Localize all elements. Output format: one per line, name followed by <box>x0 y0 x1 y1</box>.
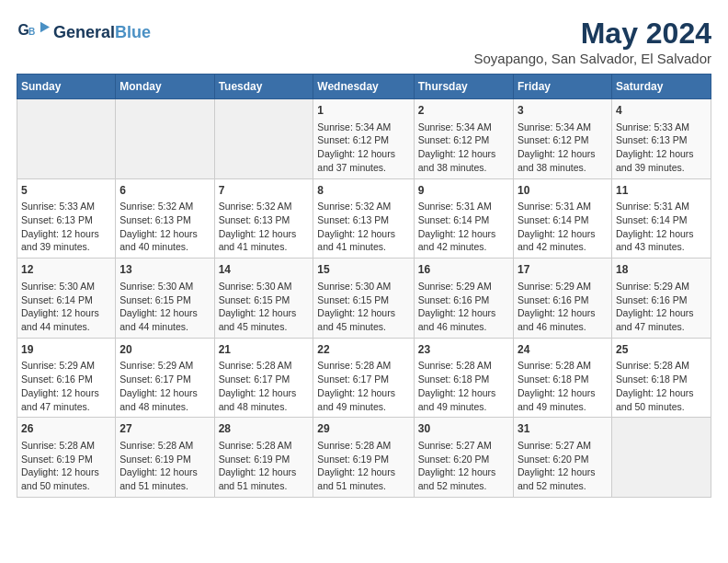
table-cell: 19Sunrise: 5:29 AMSunset: 6:16 PMDayligh… <box>17 338 116 418</box>
day-info-line: Daylight: 12 hours <box>21 227 111 241</box>
day-info-line: Daylight: 12 hours <box>119 227 210 241</box>
table-cell: 25Sunrise: 5:28 AMSunset: 6:18 PMDayligh… <box>611 338 711 418</box>
day-info-line: and 38 minutes. <box>518 161 608 175</box>
day-info-line: Sunset: 6:14 PM <box>21 293 111 307</box>
day-info-line: Sunset: 6:19 PM <box>119 453 210 466</box>
table-cell: 7Sunrise: 5:32 AMSunset: 6:13 PMDaylight… <box>214 178 313 259</box>
day-info-line: Sunrise: 5:28 AM <box>219 359 310 373</box>
day-info-line: and 49 minutes. <box>518 400 608 414</box>
day-number: 23 <box>418 342 509 358</box>
day-info-line: and 40 minutes. <box>119 240 210 254</box>
day-number: 21 <box>219 342 310 358</box>
day-info-line: Sunset: 6:12 PM <box>418 133 509 147</box>
day-info-line: and 49 minutes. <box>418 400 509 414</box>
day-info-line: Sunrise: 5:27 AM <box>518 439 608 453</box>
day-info-line: Sunrise: 5:30 AM <box>119 280 210 293</box>
day-info-line: Daylight: 12 hours <box>616 386 707 400</box>
day-info-line: Daylight: 12 hours <box>616 147 707 161</box>
table-cell: 11Sunrise: 5:31 AMSunset: 6:14 PMDayligh… <box>611 178 711 259</box>
day-info-line: Daylight: 12 hours <box>119 386 210 400</box>
day-number: 13 <box>119 262 210 278</box>
day-info-line: Daylight: 12 hours <box>21 465 111 479</box>
day-info-line: Sunrise: 5:31 AM <box>518 200 608 213</box>
day-info-line: Sunrise: 5:33 AM <box>616 121 707 134</box>
day-info-line: Sunset: 6:17 PM <box>219 373 310 386</box>
day-info-line: Daylight: 12 hours <box>219 386 310 400</box>
day-info-line: Sunrise: 5:34 AM <box>518 121 608 134</box>
day-info-line: and 37 minutes. <box>317 161 409 175</box>
day-info-line: Sunset: 6:12 PM <box>317 133 409 147</box>
col-monday: Monday <box>116 75 214 99</box>
table-cell: 3Sunrise: 5:34 AMSunset: 6:12 PMDaylight… <box>513 99 611 179</box>
table-cell: 26Sunrise: 5:28 AMSunset: 6:19 PMDayligh… <box>17 418 116 498</box>
day-number: 9 <box>418 183 509 199</box>
table-cell: 22Sunrise: 5:28 AMSunset: 6:17 PMDayligh… <box>313 338 414 418</box>
logo-icon: G B <box>17 17 50 50</box>
day-info-line: and 50 minutes. <box>21 479 111 493</box>
table-cell: 9Sunrise: 5:31 AMSunset: 6:14 PMDaylight… <box>414 178 513 259</box>
table-cell: 24Sunrise: 5:28 AMSunset: 6:18 PMDayligh… <box>513 338 611 418</box>
day-info-line: Sunrise: 5:29 AM <box>21 359 111 373</box>
logo-text: GeneralBlue <box>53 24 151 42</box>
day-info-line: Sunset: 6:18 PM <box>518 373 608 386</box>
table-cell: 4Sunrise: 5:33 AMSunset: 6:13 PMDaylight… <box>611 99 711 179</box>
table-cell: 18Sunrise: 5:29 AMSunset: 6:16 PMDayligh… <box>611 259 711 339</box>
col-saturday: Saturday <box>611 75 711 99</box>
day-info-line: Sunrise: 5:30 AM <box>21 280 111 293</box>
day-info-line: Sunset: 6:13 PM <box>616 133 707 147</box>
svg-text:B: B <box>28 27 35 37</box>
day-number: 8 <box>317 183 409 199</box>
day-number: 4 <box>616 103 707 119</box>
day-info-line: and 52 minutes. <box>418 479 509 493</box>
day-number: 30 <box>418 421 509 437</box>
day-info-line: Sunset: 6:16 PM <box>616 293 707 307</box>
day-info-line: Sunset: 6:20 PM <box>518 453 608 466</box>
day-number: 10 <box>518 183 608 199</box>
table-cell <box>611 418 711 498</box>
day-info-line: and 41 minutes. <box>317 240 409 254</box>
table-cell <box>116 99 214 179</box>
table-cell: 6Sunrise: 5:32 AMSunset: 6:13 PMDaylight… <box>116 178 214 259</box>
day-number: 24 <box>518 342 608 358</box>
table-cell: 29Sunrise: 5:28 AMSunset: 6:19 PMDayligh… <box>313 418 414 498</box>
day-info-line: Sunset: 6:19 PM <box>317 453 409 466</box>
day-info-line: and 48 minutes. <box>219 400 310 414</box>
day-info-line: Daylight: 12 hours <box>119 465 210 479</box>
table-cell: 5Sunrise: 5:33 AMSunset: 6:13 PMDaylight… <box>17 178 116 259</box>
day-info-line: Sunrise: 5:28 AM <box>21 439 111 453</box>
day-info-line: and 51 minutes. <box>317 479 409 493</box>
col-wednesday: Wednesday <box>313 75 414 99</box>
day-info-line: and 39 minutes. <box>616 161 707 175</box>
day-info-line: Sunrise: 5:32 AM <box>219 200 310 213</box>
table-cell: 20Sunrise: 5:29 AMSunset: 6:17 PMDayligh… <box>116 338 214 418</box>
day-info-line: Sunset: 6:14 PM <box>418 213 509 227</box>
table-cell <box>17 99 116 179</box>
day-info-line: Sunset: 6:13 PM <box>219 213 310 227</box>
day-info-line: Sunset: 6:13 PM <box>21 213 111 227</box>
day-info-line: Sunset: 6:18 PM <box>418 373 509 386</box>
day-info-line: Sunset: 6:20 PM <box>418 453 509 466</box>
day-info-line: Sunrise: 5:28 AM <box>317 439 409 453</box>
day-info-line: and 41 minutes. <box>219 240 310 254</box>
day-info-line: Daylight: 12 hours <box>616 306 707 320</box>
day-number: 6 <box>119 183 210 199</box>
day-info-line: and 44 minutes. <box>119 320 210 334</box>
day-info-line: Sunrise: 5:28 AM <box>317 359 409 373</box>
day-info-line: Daylight: 12 hours <box>616 227 707 241</box>
day-number: 7 <box>219 183 310 199</box>
day-info-line: Daylight: 12 hours <box>418 227 509 241</box>
day-info-line: Daylight: 12 hours <box>418 147 509 161</box>
day-info-line: Sunrise: 5:30 AM <box>317 280 409 293</box>
col-sunday: Sunday <box>17 75 116 99</box>
day-number: 17 <box>518 262 608 278</box>
day-info-line: and 49 minutes. <box>317 400 409 414</box>
table-cell: 14Sunrise: 5:30 AMSunset: 6:15 PMDayligh… <box>214 259 313 339</box>
day-info-line: Sunset: 6:19 PM <box>21 453 111 466</box>
day-number: 2 <box>418 103 509 119</box>
subtitle: Soyapango, San Salvador, El Salvador <box>473 51 711 66</box>
day-info-line: Sunset: 6:15 PM <box>219 293 310 307</box>
table-cell: 30Sunrise: 5:27 AMSunset: 6:20 PMDayligh… <box>414 418 513 498</box>
day-number: 16 <box>418 262 509 278</box>
day-info-line: Daylight: 12 hours <box>219 306 310 320</box>
day-info-line: Sunrise: 5:28 AM <box>219 439 310 453</box>
